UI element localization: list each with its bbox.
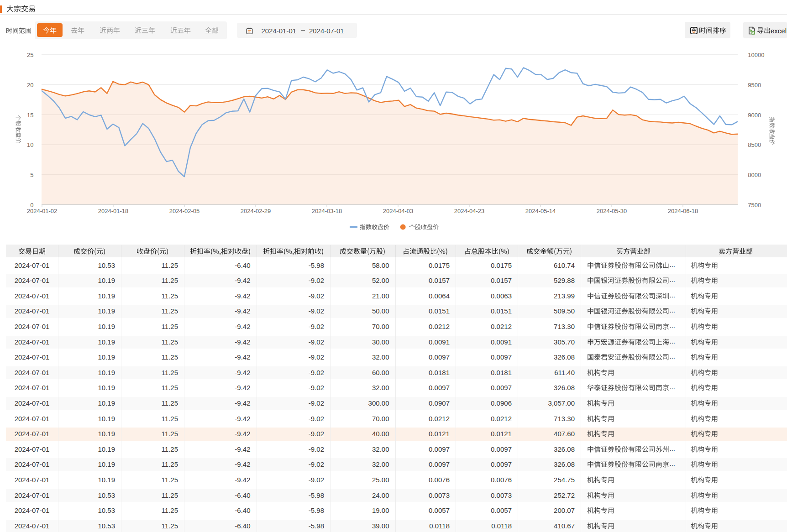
svg-text:2024-04-03: 2024-04-03 bbox=[383, 208, 414, 214]
svg-text:5: 5 bbox=[30, 172, 33, 178]
svg-text:2024-04-23: 2024-04-23 bbox=[454, 208, 485, 214]
svg-text:2024-01-02: 2024-01-02 bbox=[27, 208, 58, 214]
svg-text:9500: 9500 bbox=[748, 82, 761, 89]
svg-text:10000: 10000 bbox=[748, 52, 764, 58]
svg-text:10: 10 bbox=[27, 141, 33, 148]
svg-text:2024-06-18: 2024-06-18 bbox=[668, 208, 698, 214]
svg-text:2024-02-05: 2024-02-05 bbox=[169, 208, 200, 214]
svg-text:2024-01-18: 2024-01-18 bbox=[98, 208, 129, 214]
svg-text:15: 15 bbox=[27, 112, 33, 119]
svg-text:7500: 7500 bbox=[748, 202, 761, 209]
svg-text:2024-02-29: 2024-02-29 bbox=[241, 208, 271, 214]
svg-text:20: 20 bbox=[27, 82, 33, 89]
svg-text:2024-05-30: 2024-05-30 bbox=[597, 208, 627, 214]
svg-text:25: 25 bbox=[27, 52, 33, 58]
svg-text:8000: 8000 bbox=[748, 172, 761, 178]
svg-text:2024-03-18: 2024-03-18 bbox=[312, 208, 342, 214]
svg-text:9000: 9000 bbox=[748, 112, 761, 119]
svg-text:8500: 8500 bbox=[748, 141, 761, 148]
svg-text:2024-05-14: 2024-05-14 bbox=[525, 208, 556, 214]
